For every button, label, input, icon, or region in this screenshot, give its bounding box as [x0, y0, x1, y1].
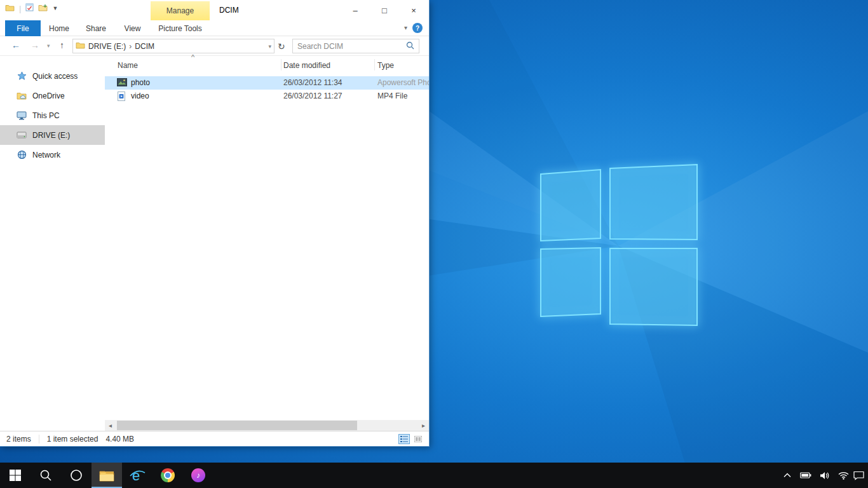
drive-icon — [17, 130, 27, 140]
window-title: DCIM — [219, 6, 239, 15]
address-bar[interactable]: DRIVE (E:) › DCIM ▾ — [72, 39, 275, 53]
close-button[interactable]: × — [399, 1, 428, 20]
forward-button[interactable]: → — [31, 40, 39, 50]
recent-locations-chevron-icon[interactable]: ▾ — [47, 43, 50, 49]
navigation-pane: Quick access OneDrive This PC — [0, 56, 105, 420]
cortana-button[interactable] — [61, 463, 92, 488]
breadcrumb-drive[interactable]: DRIVE (E:) — [88, 42, 126, 51]
search-input[interactable] — [293, 42, 406, 51]
taskbar-internet-explorer-button[interactable]: e — [122, 463, 153, 488]
file-row-video[interactable]: video 26/03/2012 11:27 MP4 File — [105, 90, 429, 103]
sidebar-item-onedrive[interactable]: OneDrive — [0, 86, 105, 105]
taskbar-file-explorer-button[interactable] — [92, 463, 122, 488]
sidebar-item-drive-e[interactable]: DRIVE (E:) — [0, 125, 105, 145]
sort-ascending-icon: ^ — [191, 53, 194, 61]
file-type: MP4 File — [377, 92, 407, 100]
star-icon — [17, 71, 27, 81]
breadcrumb-separator-icon: › — [129, 42, 132, 51]
refresh-icon[interactable]: ↻ — [278, 41, 285, 51]
taskbar: e ♪ — [0, 463, 868, 488]
action-center-icon — [853, 471, 864, 480]
file-explorer-icon — [99, 470, 114, 482]
tab-file[interactable]: File — [5, 20, 41, 36]
file-list-pane: ^ Name Date modified Type photo 26/03/20… — [105, 56, 429, 431]
scroll-left-icon[interactable]: ◂ — [105, 422, 116, 429]
file-name[interactable]: photo — [131, 78, 150, 87]
computer-icon — [17, 111, 27, 121]
sidebar-item-label: This PC — [32, 111, 60, 120]
view-toggle-buttons — [398, 434, 424, 444]
file-row-photo[interactable]: photo 26/03/2012 11:34 Apowersoft Pho — [105, 76, 429, 90]
minimize-button[interactable]: – — [341, 1, 370, 20]
up-button[interactable]: ↑ — [60, 40, 64, 50]
scrollbar-thumb[interactable] — [117, 421, 357, 430]
status-bar: 2 items 1 item selected 4.40 MB — [0, 431, 429, 446]
sidebar-item-label: Quick access — [32, 72, 78, 81]
volume-icon[interactable] — [820, 471, 830, 480]
column-divider[interactable] — [281, 59, 281, 71]
tab-picture-tools[interactable]: Picture Tools — [151, 20, 210, 36]
horizontal-scrollbar[interactable]: ◂ ▸ — [105, 420, 429, 431]
breadcrumb-dcim[interactable]: DCIM — [135, 42, 154, 51]
column-divider[interactable] — [374, 59, 375, 71]
scroll-right-icon[interactable]: ▸ — [418, 422, 429, 429]
customize-qat-chevron-icon[interactable]: ▼ — [52, 5, 58, 11]
cortana-icon — [69, 468, 83, 482]
column-header-date-modified[interactable]: Date modified — [283, 61, 330, 70]
status-selected-size: 4.40 MB — [105, 435, 134, 444]
sidebar-item-label: Network — [32, 151, 60, 159]
itunes-icon: ♪ — [191, 468, 205, 482]
details-view-button[interactable] — [398, 434, 410, 444]
network-icon — [17, 150, 27, 160]
tray-chevron-up-icon[interactable] — [783, 472, 792, 478]
scrollbar-track[interactable] — [116, 420, 418, 431]
video-file-icon — [117, 92, 126, 103]
status-selected-count: 1 item selected — [47, 435, 98, 444]
help-icon[interactable]: ? — [412, 23, 423, 33]
file-date-modified: 26/03/2012 11:34 — [283, 78, 342, 87]
maximize-button[interactable]: □ — [370, 1, 399, 20]
internet-explorer-icon: e — [129, 467, 146, 484]
address-folder-icon — [76, 41, 85, 51]
explorer-main: Quick access OneDrive This PC — [0, 56, 429, 431]
folder-icon[interactable] — [5, 4, 15, 13]
ribbon-tab-row: File Home Share View Picture Tools ▾ ? — [0, 20, 429, 36]
quick-access-toolbar: | ▼ — [5, 3, 58, 13]
action-center-button[interactable] — [849, 463, 868, 488]
expand-ribbon-chevron-icon[interactable]: ▾ — [404, 24, 407, 31]
chrome-icon — [161, 468, 175, 482]
tab-view[interactable]: View — [114, 20, 151, 36]
file-date-modified: 26/03/2012 11:27 — [283, 92, 342, 100]
address-dropdown-chevron-icon[interactable]: ▾ — [268, 43, 271, 50]
column-header-type[interactable]: Type — [377, 61, 394, 70]
large-icons-view-button[interactable] — [412, 434, 424, 444]
start-button[interactable] — [0, 463, 31, 488]
onedrive-folder-icon — [17, 91, 27, 101]
back-button[interactable]: ← — [11, 40, 20, 50]
search-box[interactable] — [292, 39, 419, 53]
sidebar-item-label: DRIVE (E:) — [32, 131, 70, 140]
address-bar-row: ← → ▾ ↑ DRIVE (E:) › DCIM ▾ ↻ — [0, 36, 429, 56]
taskbar-chrome-button[interactable] — [153, 463, 183, 488]
file-explorer-window: | ▼ Manage DCIM – □ × File Home Share — [0, 0, 429, 446]
battery-icon[interactable] — [800, 472, 811, 478]
sidebar-item-label: OneDrive — [32, 92, 65, 100]
system-tray — [783, 463, 849, 488]
sidebar-item-network[interactable]: Network — [0, 145, 105, 165]
titlebar[interactable]: | ▼ Manage DCIM – □ × — [0, 0, 429, 20]
taskbar-search-button[interactable] — [31, 463, 61, 488]
file-type: Apowersoft Pho — [377, 78, 429, 87]
network-wifi-icon[interactable] — [838, 471, 849, 480]
windows-start-icon — [9, 469, 22, 482]
ribbon-contextual-tab-manage[interactable]: Manage — [151, 1, 210, 20]
new-folder-icon[interactable] — [38, 4, 48, 13]
file-name[interactable]: video — [131, 92, 149, 100]
taskbar-itunes-button[interactable]: ♪ — [183, 463, 214, 488]
sidebar-item-this-pc[interactable]: This PC — [0, 105, 105, 125]
tab-share[interactable]: Share — [78, 20, 114, 36]
search-icon[interactable] — [406, 41, 414, 51]
properties-icon[interactable] — [25, 3, 34, 13]
sidebar-item-quick-access[interactable]: Quick access — [0, 66, 105, 86]
column-header-name[interactable]: Name — [118, 61, 138, 70]
tab-home[interactable]: Home — [41, 20, 78, 36]
